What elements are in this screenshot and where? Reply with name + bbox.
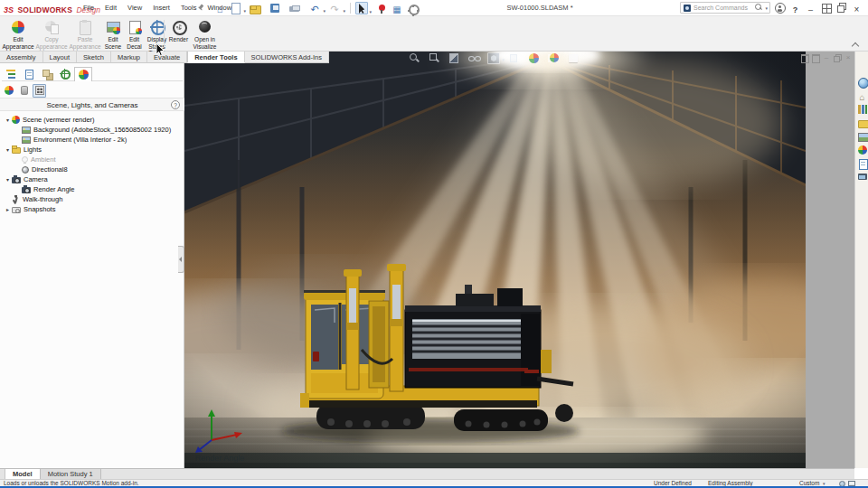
ribbon-button-open-in-visualize[interactable]: Open in Visualize	[191, 18, 219, 56]
window-layout-icon[interactable]	[820, 2, 832, 14]
appearances-scenes-icon[interactable]	[857, 145, 868, 155]
view-palette-icon[interactable]	[857, 131, 868, 142]
menu-item[interactable]: Edit	[99, 0, 122, 16]
display-tool[interactable]	[2, 84, 15, 98]
close-icon[interactable]	[851, 2, 863, 14]
command-tab-evaluate[interactable]: Evaluate	[147, 52, 187, 63]
tree-item-scene-vermeer-render[interactable]: ▾ Scene (vermeer render)	[0, 115, 184, 125]
zoom-fit-icon[interactable]	[408, 52, 420, 64]
window-controls	[774, 2, 863, 14]
command-tab-markup[interactable]: Markup	[111, 52, 147, 63]
manager-tab[interactable]	[20, 67, 38, 81]
display-style-icon[interactable]	[507, 52, 520, 64]
manager-tab[interactable]	[2, 67, 20, 81]
zoom-area-icon[interactable]	[428, 52, 440, 64]
select-arrow-icon[interactable]	[355, 2, 368, 14]
manager-tab[interactable]	[38, 67, 56, 81]
minimize-icon[interactable]	[805, 2, 816, 14]
model-tab-model[interactable]: Model	[5, 469, 41, 479]
user-account-icon[interactable]	[774, 2, 786, 14]
expander-icon[interactable]: ▾	[4, 117, 12, 123]
visualize-ball-icon	[198, 20, 212, 34]
tree-item-environment-villa-interior-2k[interactable]: Environment (Villa Interior - 2k)	[0, 135, 184, 145]
search-icon[interactable]	[755, 4, 763, 12]
sep-icon[interactable]	[350, 3, 351, 14]
ribbon-button-edit-scene[interactable]: Edit Scene	[102, 18, 124, 50]
home-icon[interactable]	[213, 2, 226, 14]
tree-item-ambient[interactable]: Ambient	[0, 155, 184, 164]
manager-tabs	[2, 67, 183, 81]
tree-item-snapshots[interactable]: ▸ Snapshots	[0, 204, 184, 214]
pin-icon[interactable]	[197, 5, 204, 12]
child-close-icon[interactable]	[844, 53, 853, 62]
ribbon: Edit Appearance Copy Appearance Paste Ap…	[0, 16, 868, 52]
display-tool[interactable]	[17, 84, 31, 98]
tree-item-background-adobestock-1565085002-1920[interactable]: Background (AdobeStock_1565085002 1920)	[0, 125, 184, 135]
options-gear-icon[interactable]	[406, 2, 419, 14]
record-icon[interactable]	[375, 2, 388, 14]
command-tab-assembly[interactable]: Assembly	[0, 52, 43, 63]
tree-item-walk-through[interactable]: Walk-through	[0, 194, 184, 204]
hide-show-icon[interactable]	[467, 52, 480, 64]
save-icon[interactable]	[269, 2, 281, 14]
manager-tab[interactable]	[74, 67, 92, 81]
section-view-icon[interactable]	[448, 52, 460, 64]
new-doc-icon[interactable]	[229, 2, 241, 14]
open-folder-icon[interactable]	[249, 2, 261, 14]
ribbon-button-edit-decal[interactable]: Edit Decal	[125, 18, 144, 50]
command-tab-render-tools[interactable]: Render Tools	[187, 52, 244, 63]
home-icon[interactable]	[857, 90, 868, 101]
ribbon-button-paste-appearance[interactable]: Paste Appearance	[69, 18, 101, 50]
print-icon[interactable]	[288, 2, 301, 14]
help-icon[interactable]: ?	[171, 100, 180, 109]
model-tab-motion-study-1[interactable]: Motion Study 1	[41, 469, 101, 479]
apply-scene-ball-icon[interactable]	[547, 52, 560, 64]
featuremanager-icon	[6, 69, 15, 80]
child-minimize-icon[interactable]	[822, 53, 831, 62]
status-bar: Loads or unloads the SOLIDWORKS Motion a…	[0, 479, 868, 486]
edit-scene-icon	[106, 20, 120, 34]
tree-item-lights[interactable]: ▾ Lights	[0, 145, 184, 155]
expander-icon[interactable]: ▸	[4, 206, 12, 212]
search-input[interactable]	[693, 5, 755, 11]
file-explorer-icon[interactable]	[857, 117, 868, 128]
command-tab-layout[interactable]: Layout	[43, 52, 78, 63]
redo-icon[interactable]	[328, 2, 341, 14]
view-settings-icon[interactable]	[567, 52, 580, 64]
tree-item-render-angle[interactable]: Render Angle	[0, 184, 184, 194]
display-toolbar	[2, 83, 46, 98]
display-tool[interactable]	[33, 84, 46, 98]
ribbon-button-edit-appearance[interactable]: Edit Appearance	[2, 18, 34, 50]
child-restore-icon[interactable]	[833, 53, 842, 62]
view-orientation-icon[interactable]	[487, 52, 500, 64]
edit-appearance-ball-icon[interactable]	[527, 52, 540, 64]
menu-item[interactable]: Insert	[147, 0, 175, 16]
ribbon-button-render[interactable]: Render	[167, 18, 190, 43]
design-library-icon[interactable]	[857, 104, 868, 115]
ribbon-button-copy-appearance[interactable]: Copy Appearance	[35, 18, 68, 50]
help-icon[interactable]	[789, 2, 801, 14]
menu-item[interactable]: View	[122, 0, 147, 16]
titlebar: 3S SOLIDWORKS Design FileEditViewInsertT…	[0, 0, 868, 16]
child-window-icon[interactable]	[800, 53, 809, 62]
undo-icon[interactable]	[308, 2, 321, 14]
display-states-icon	[150, 20, 165, 34]
search-dropdown-icon[interactable]: ▾	[765, 5, 768, 11]
custom-properties-icon[interactable]	[857, 158, 868, 169]
tree-item-directional8[interactable]: Directional8	[0, 164, 184, 174]
manager-tab[interactable]	[56, 67, 74, 81]
restore-icon[interactable]	[835, 2, 847, 14]
panel-collapse-handle[interactable]	[178, 246, 184, 273]
expander-icon[interactable]: ▾	[4, 176, 12, 183]
command-tab-solidworks-add-ins[interactable]: SOLIDWORKS Add-Ins	[245, 52, 329, 63]
tree-item-camera[interactable]: ▾ Camera	[0, 174, 184, 184]
design-resources-icon[interactable]	[857, 77, 868, 88]
graphics-viewport[interactable]: Render Angle	[184, 52, 806, 468]
menu-item[interactable]: File	[78, 0, 99, 16]
command-tab-sketch[interactable]: Sketch	[77, 52, 111, 63]
expander-icon[interactable]: ▾	[4, 146, 12, 153]
child-window-icon[interactable]	[811, 53, 820, 62]
mass-properties-icon[interactable]	[391, 2, 403, 14]
forum-icon[interactable]	[857, 172, 868, 183]
ribbon-collapse-icon[interactable]	[852, 42, 859, 47]
